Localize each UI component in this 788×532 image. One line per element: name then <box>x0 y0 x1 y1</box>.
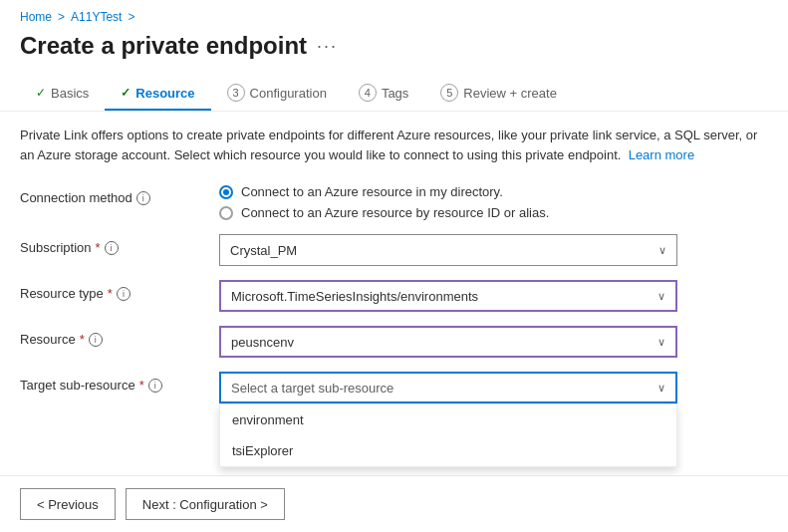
tab-resource-label: Resource <box>135 86 194 101</box>
resource-type-info-icon[interactable]: i <box>117 287 131 301</box>
target-sub-resource-placeholder: Select a target sub-resource <box>231 381 394 396</box>
breadcrumb: Home > A11YTest > <box>0 0 788 28</box>
connection-method-radio-group: Connect to an Azure resource in my direc… <box>219 184 768 220</box>
resource-dropdown-arrow: ∨ <box>657 336 665 349</box>
target-sub-resource-option-tsiexplorer[interactable]: tsiExplorer <box>220 435 676 466</box>
subscription-info-icon[interactable]: i <box>105 241 119 255</box>
resource-check-icon: ✓ <box>121 86 131 100</box>
target-sub-resource-arrow: ∨ <box>657 382 665 395</box>
tab-resource[interactable]: ✓ Resource <box>105 78 210 111</box>
resource-info-icon[interactable]: i <box>89 333 103 347</box>
resource-label: Resource * i <box>20 326 219 347</box>
subscription-required: * <box>96 240 101 255</box>
configuration-step-circle: 3 <box>227 84 245 102</box>
subscription-value: Crystal_PM <box>230 243 297 258</box>
tab-tags[interactable]: 4 Tags <box>343 76 424 112</box>
breadcrumb-sep1: > <box>58 10 65 24</box>
radio-my-directory-label: Connect to an Azure resource in my direc… <box>241 184 503 199</box>
tab-basics-label: Basics <box>51 86 89 101</box>
radio-resource-id-input[interactable] <box>219 206 233 220</box>
resource-type-label: Resource type * i <box>20 280 219 301</box>
resource-type-required: * <box>108 286 113 301</box>
resource-dropdown[interactable]: peusncenv ∨ <box>219 326 677 358</box>
radio-my-directory[interactable]: Connect to an Azure resource in my direc… <box>219 184 768 199</box>
page-title: Create a private endpoint <box>20 32 307 60</box>
subscription-control: Crystal_PM ∨ <box>219 234 768 266</box>
resource-required: * <box>80 332 85 347</box>
target-sub-resource-required: * <box>139 378 144 393</box>
breadcrumb-home[interactable]: Home <box>20 10 52 24</box>
target-sub-resource-menu: environment tsiExplorer <box>219 403 677 467</box>
subscription-label: Subscription * i <box>20 234 219 255</box>
resource-type-control: Microsoft.TimeSeriesInsights/environment… <box>219 280 768 312</box>
target-sub-resource-row: Target sub-resource * i Select a target … <box>20 372 768 403</box>
target-sub-resource-label: Target sub-resource * i <box>20 372 219 393</box>
resource-control: peusncenv ∨ <box>219 326 768 358</box>
subscription-dropdown-arrow: ∨ <box>658 244 666 257</box>
page-title-row: Create a private endpoint ··· <box>0 28 788 76</box>
tab-basics[interactable]: ✓ Basics <box>20 78 105 111</box>
resource-type-dropdown-arrow: ∨ <box>657 290 665 303</box>
breadcrumb-test[interactable]: A11YTest <box>71 10 122 24</box>
radio-my-directory-input[interactable] <box>219 185 233 199</box>
form-section: Connection method i Connect to an Azure … <box>0 174 788 427</box>
learn-more-link[interactable]: Learn more <box>629 147 694 162</box>
next-button[interactable]: Next : Configuration > <box>126 488 285 520</box>
radio-resource-id[interactable]: Connect to an Azure resource by resource… <box>219 205 768 220</box>
tab-configuration-label: Configuration <box>250 86 327 101</box>
previous-button[interactable]: < Previous <box>20 488 116 520</box>
tab-review-label: Review + create <box>463 86 557 101</box>
target-sub-resource-dropdown[interactable]: Select a target sub-resource ∨ <box>219 372 677 403</box>
title-menu-icon[interactable]: ··· <box>317 36 338 57</box>
target-sub-resource-option-environment[interactable]: environment <box>220 404 676 435</box>
connection-method-row: Connection method i Connect to an Azure … <box>20 184 768 220</box>
resource-row: Resource * i peusncenv ∨ <box>20 326 768 358</box>
resource-type-value: Microsoft.TimeSeriesInsights/environment… <box>231 289 478 304</box>
subscription-dropdown[interactable]: Crystal_PM ∨ <box>219 234 677 266</box>
breadcrumb-sep2: > <box>128 10 134 24</box>
tab-review[interactable]: 5 Review + create <box>424 76 573 112</box>
footer: < Previous Next : Configuration > <box>0 475 788 532</box>
resource-type-row: Resource type * i Microsoft.TimeSeriesIn… <box>20 280 768 312</box>
tab-tags-label: Tags <box>382 86 408 101</box>
description-box: Private Link offers options to create pr… <box>0 112 788 174</box>
resource-value: peusncenv <box>231 335 294 350</box>
tabs-row: ✓ Basics ✓ Resource 3 Configuration 4 Ta… <box>0 76 788 112</box>
radio-resource-id-label: Connect to an Azure resource by resource… <box>241 205 549 220</box>
connection-method-control: Connect to an Azure resource in my direc… <box>219 184 768 220</box>
tags-step-circle: 4 <box>359 84 377 102</box>
tab-configuration[interactable]: 3 Configuration <box>211 76 343 112</box>
resource-type-dropdown[interactable]: Microsoft.TimeSeriesInsights/environment… <box>219 280 677 312</box>
target-sub-resource-info-icon[interactable]: i <box>148 379 162 393</box>
basics-check-icon: ✓ <box>36 86 46 100</box>
connection-method-label: Connection method i <box>20 184 219 205</box>
connection-method-info-icon[interactable]: i <box>136 191 150 205</box>
subscription-row: Subscription * i Crystal_PM ∨ <box>20 234 768 266</box>
review-step-circle: 5 <box>440 84 458 102</box>
target-sub-resource-wrapper: Select a target sub-resource ∨ environme… <box>219 372 677 403</box>
target-sub-resource-control: Select a target sub-resource ∨ environme… <box>219 372 768 403</box>
